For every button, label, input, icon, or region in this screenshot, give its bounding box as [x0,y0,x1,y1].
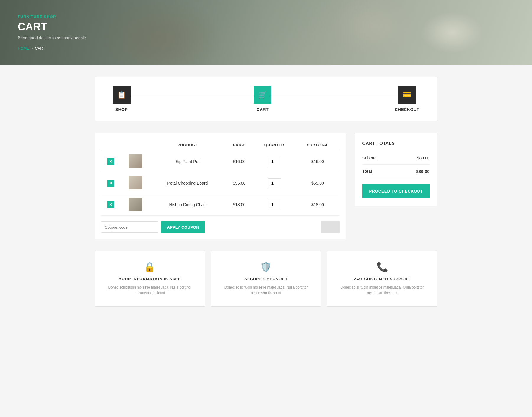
step-checkout-label: CHECKOUT [395,107,419,112]
product-name: Nishan Dining Chair [150,194,225,216]
col-image [121,139,150,151]
feature-secure: 🛡️ SECURE CHECKOUT Donec sollicitudin mo… [211,251,321,307]
coupon-input[interactable] [101,221,158,233]
hero-shop-name: FURNITURE SHOP [18,14,86,19]
product-thumbnail [129,198,142,211]
breadcrumb-separator: » [31,46,33,51]
table-row: ✕ Sip Plant Pot $16.00 $16.00 [101,151,340,172]
quantity-input[interactable] [268,200,281,209]
checkout-step-icon: 💳 [398,86,416,104]
product-price: $16.00 [225,151,253,172]
hero-section: FURNITURE SHOP CART Bring good design to… [0,0,532,65]
breadcrumb-home[interactable]: HOME [18,46,29,51]
product-price: $55.00 [225,172,253,194]
feature-safe-desc: Donec sollicitudin molestie malesuada. N… [101,285,199,296]
subtotal-row: Subtotal $89.00 [362,152,430,165]
lock-icon: 🔒 [101,261,199,273]
col-price: PRICE [225,139,253,151]
cart-table: PRODUCT PRICE QUANTITY SUBTOTAL ✕ Sip Pl… [101,139,340,216]
step-checkout: 💳 CHECKOUT [395,86,419,112]
content-area: PRODUCT PRICE QUANTITY SUBTOTAL ✕ Sip Pl… [89,133,443,239]
total-label: Total [362,169,372,174]
product-subtotal: $55.00 [296,172,339,194]
product-thumbnail [129,154,142,168]
subtotal-label: Subtotal [362,156,378,160]
apply-coupon-button[interactable]: APPLY COUPON [161,221,205,233]
cart-section: PRODUCT PRICE QUANTITY SUBTOTAL ✕ Sip Pl… [95,133,346,239]
product-price: $18.00 [225,194,253,216]
col-subtotal: SUBTOTAL [296,139,339,151]
product-name: Petal Chopping Board [150,172,225,194]
hero-title: CART [18,21,86,33]
hero-subtitle: Bring good design to as many people [18,35,86,40]
quantity-input[interactable] [268,178,281,188]
col-quantity: QUANTITY [254,139,296,151]
clipboard-icon: 📋 [117,91,126,99]
breadcrumb-current: CART [35,46,45,51]
remove-item-button[interactable]: ✕ [107,180,114,187]
feature-safe-title: YOUR INFORMATION IS SAFE [101,277,199,281]
feature-safe: 🔒 YOUR INFORMATION IS SAFE Donec sollici… [95,251,205,307]
total-row: Total $89.00 [362,165,430,178]
phone-icon: 📞 [333,261,431,273]
progress-steps: 📋 SHOP 🛒 CART 💳 CHECKOUT [95,77,437,121]
feature-secure-title: SECURE CHECKOUT [217,277,315,281]
step-cart-label: CART [256,107,269,112]
cart-totals-title: CART TOTALS [362,141,430,146]
step-shop-label: SHOP [115,107,128,112]
col-product: PRODUCT [150,139,225,151]
proceed-to-checkout-button[interactable]: PROCEED TO CHECKOUT [362,184,430,198]
step-shop: 📋 SHOP [113,86,131,112]
cart-totals-section: CART TOTALS Subtotal $89.00 Total $89.00… [355,133,437,206]
cart-icon: 🛒 [258,91,267,99]
subtotal-value: $89.00 [417,156,430,160]
feature-support: 📞 24/7 CUSTOMER SUPPORT Donec sollicitud… [327,251,437,307]
update-cart-button[interactable] [321,221,340,233]
table-row: ✕ Nishan Dining Chair $18.00 $18.00 [101,194,340,216]
coupon-row: APPLY COUPON [101,221,340,233]
creditcard-icon: 💳 [403,91,411,99]
shop-step-icon: 📋 [113,86,131,104]
quantity-input[interactable] [268,157,281,166]
features-section: 🔒 YOUR INFORMATION IS SAFE Donec sollici… [89,251,443,307]
remove-item-button[interactable]: ✕ [107,158,114,165]
col-remove [101,139,121,151]
shield-icon: 🛡️ [217,261,315,273]
feature-secure-desc: Donec sollicitudin molestie malesuada. N… [217,285,315,296]
product-subtotal: $18.00 [296,194,339,216]
feature-support-title: 24/7 CUSTOMER SUPPORT [333,277,431,281]
table-row: ✕ Petal Chopping Board $55.00 $55.00 [101,172,340,194]
breadcrumb: HOME » CART [18,46,86,51]
step-cart: 🛒 CART [254,86,271,112]
remove-item-button[interactable]: ✕ [107,201,114,208]
feature-support-desc: Donec sollicitudin molestie malesuada. N… [333,285,431,296]
cart-step-icon: 🛒 [254,86,271,104]
total-value: $89.00 [416,169,430,174]
product-subtotal: $16.00 [296,151,339,172]
product-thumbnail [129,176,142,189]
product-name: Sip Plant Pot [150,151,225,172]
